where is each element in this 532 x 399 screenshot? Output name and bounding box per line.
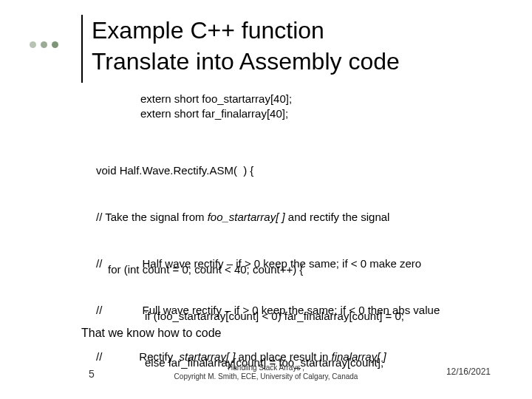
declarations: extern short foo_startarray[40]; extern …	[140, 92, 292, 121]
slide-title: Example C++ function Translate into Asse…	[92, 15, 400, 77]
code-line: void Half.Wave.Rectify.ASM( ) {	[96, 163, 440, 178]
code-line: // Take the signal from foo_startarray[ …	[96, 209, 440, 225]
decl-line-1: extern short foo_startarray[40];	[140, 92, 292, 106]
title-bullets	[30, 41, 58, 48]
footer-date: 12/16/2021	[446, 366, 491, 377]
slide: Example C++ function Translate into Asse…	[0, 0, 532, 399]
code-line: if (foo_startarray[count] < 0) far_final…	[108, 308, 404, 324]
bullet-dot	[52, 41, 58, 48]
title-line-2: Translate into Assembly code	[92, 46, 400, 77]
bullet-dot	[30, 41, 36, 48]
footer-note: That we know how to code	[81, 327, 221, 340]
bullet-dot	[41, 41, 47, 48]
decl-line-2: extern short far_finalarray[40];	[140, 106, 292, 121]
code-line: for (int count = 0; count < 40; count++)…	[108, 262, 404, 277]
title-line-1: Example C++ function	[92, 15, 400, 46]
title-divider	[81, 15, 83, 83]
